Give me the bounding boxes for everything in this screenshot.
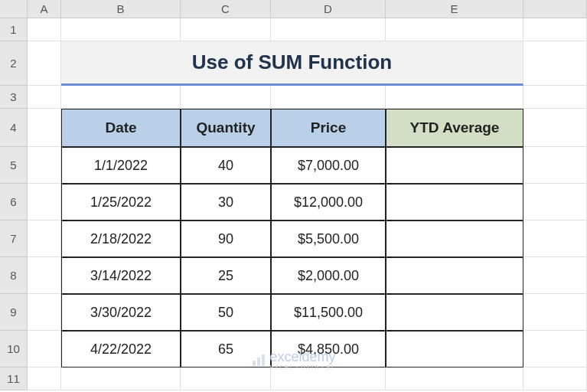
cell-date-7[interactable]: 2/18/2022	[61, 220, 181, 257]
cell-A5[interactable]	[28, 147, 61, 184]
cell-F4[interactable]	[523, 109, 587, 147]
cell-A8[interactable]	[28, 257, 61, 294]
cell-quantity-5[interactable]: 40	[181, 147, 271, 184]
cell-price-5[interactable]: $7,000.00	[271, 147, 386, 184]
cell-A11[interactable]	[28, 368, 61, 390]
cell-blank3[interactable]	[523, 86, 587, 109]
header-price[interactable]: Price	[271, 109, 386, 147]
cell-ytd-7[interactable]	[386, 220, 523, 257]
cell-price-10[interactable]: $4,850.00	[271, 331, 386, 368]
cell-D1[interactable]	[271, 18, 386, 41]
column-header-blank[interactable]	[523, 0, 587, 18]
cell-A7[interactable]	[28, 220, 61, 257]
cell-D3[interactable]	[271, 86, 386, 109]
cell-ytd-6[interactable]	[386, 184, 523, 220]
cell-F10[interactable]	[523, 331, 587, 368]
spreadsheet: ABCDE 1234567891011 Use of SUM FunctionD…	[0, 0, 587, 392]
cell-C11[interactable]	[181, 368, 271, 390]
cell-F6[interactable]	[523, 184, 587, 220]
column-header-D[interactable]: D	[271, 0, 386, 18]
cell-price-7[interactable]: $5,500.00	[271, 220, 386, 257]
select-all-corner[interactable]	[0, 0, 28, 18]
cell-quantity-6[interactable]: 30	[181, 184, 271, 220]
cell-blank1[interactable]	[523, 18, 587, 41]
row-header-2[interactable]: 2	[0, 41, 28, 86]
column-header-A[interactable]: A	[28, 0, 61, 18]
cell-price-9[interactable]: $11,500.00	[271, 294, 386, 331]
cell-date-5[interactable]: 1/1/2022	[61, 147, 181, 184]
cell-F7[interactable]	[523, 220, 587, 257]
row-header-7[interactable]: 7	[0, 220, 28, 257]
row-header-5[interactable]: 5	[0, 147, 28, 184]
cell-C1[interactable]	[181, 18, 271, 41]
cell-date-6[interactable]: 1/25/2022	[61, 184, 181, 220]
cell-F2[interactable]	[523, 41, 587, 86]
cell-date-8[interactable]: 3/14/2022	[61, 257, 181, 294]
cell-quantity-10[interactable]: 65	[181, 331, 271, 368]
cell-F5[interactable]	[523, 147, 587, 184]
cell-date-9[interactable]: 3/30/2022	[61, 294, 181, 331]
title-cell[interactable]: Use of SUM Function	[61, 41, 523, 86]
cell-ytd-10[interactable]	[386, 331, 523, 368]
cell-date-10[interactable]: 4/22/2022	[61, 331, 181, 368]
cell-E1[interactable]	[386, 18, 523, 41]
header-date[interactable]: Date	[61, 109, 181, 147]
cell-A4[interactable]	[28, 109, 61, 147]
cell-A1[interactable]	[28, 18, 61, 41]
row-headers: 1234567891011	[0, 18, 28, 390]
cell-price-8[interactable]: $2,000.00	[271, 257, 386, 294]
row-header-6[interactable]: 6	[0, 184, 28, 220]
cell-grid: Use of SUM FunctionDateQuantityPriceYTD …	[28, 18, 587, 390]
cell-B1[interactable]	[61, 18, 181, 41]
cell-F8[interactable]	[523, 257, 587, 294]
cell-C3[interactable]	[181, 86, 271, 109]
cell-A6[interactable]	[28, 184, 61, 220]
cell-A2[interactable]	[28, 41, 61, 86]
cell-quantity-8[interactable]: 25	[181, 257, 271, 294]
cell-A9[interactable]	[28, 294, 61, 331]
cell-A3[interactable]	[28, 86, 61, 109]
cell-A10[interactable]	[28, 331, 61, 368]
cell-quantity-7[interactable]: 90	[181, 220, 271, 257]
cell-B3[interactable]	[61, 86, 181, 109]
column-header-B[interactable]: B	[61, 0, 181, 18]
row-header-9[interactable]: 9	[0, 294, 28, 331]
cell-D11[interactable]	[271, 368, 386, 390]
cell-E3[interactable]	[386, 86, 523, 109]
column-headers: ABCDE	[28, 0, 587, 18]
row-header-10[interactable]: 10	[0, 331, 28, 368]
cell-price-6[interactable]: $12,000.00	[271, 184, 386, 220]
column-header-E[interactable]: E	[386, 0, 523, 18]
cell-B11[interactable]	[61, 368, 181, 390]
row-header-3[interactable]: 3	[0, 86, 28, 109]
column-header-C[interactable]: C	[181, 0, 271, 18]
row-header-8[interactable]: 8	[0, 257, 28, 294]
cell-blank11[interactable]	[523, 368, 587, 390]
header-quantity[interactable]: Quantity	[181, 109, 271, 147]
row-header-1[interactable]: 1	[0, 18, 28, 41]
cell-E11[interactable]	[386, 368, 523, 390]
cell-F9[interactable]	[523, 294, 587, 331]
cell-ytd-5[interactable]	[386, 147, 523, 184]
cell-ytd-9[interactable]	[386, 294, 523, 331]
row-header-11[interactable]: 11	[0, 368, 28, 390]
header-ytd-average[interactable]: YTD Average	[386, 109, 523, 147]
cell-quantity-9[interactable]: 50	[181, 294, 271, 331]
cell-ytd-8[interactable]	[386, 257, 523, 294]
row-header-4[interactable]: 4	[0, 109, 28, 147]
